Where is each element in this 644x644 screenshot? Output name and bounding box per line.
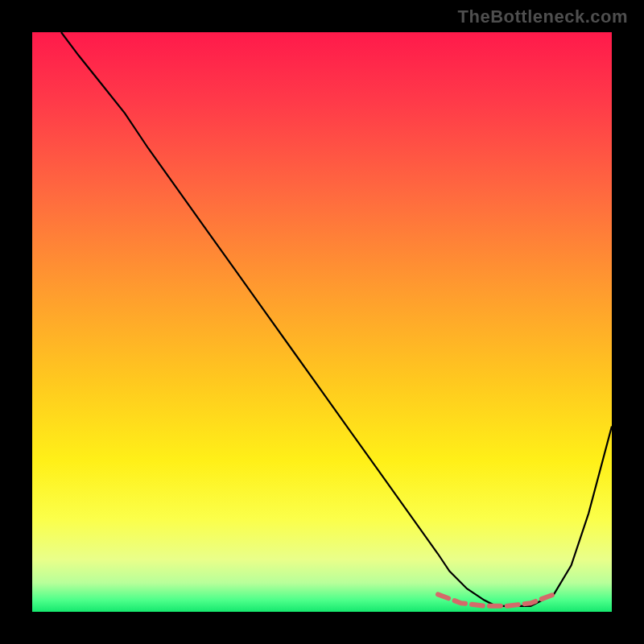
bottleneck-chart <box>32 32 612 612</box>
watermark-text: TheBottleneck.com <box>458 6 628 27</box>
svg-rect-0 <box>32 32 612 612</box>
